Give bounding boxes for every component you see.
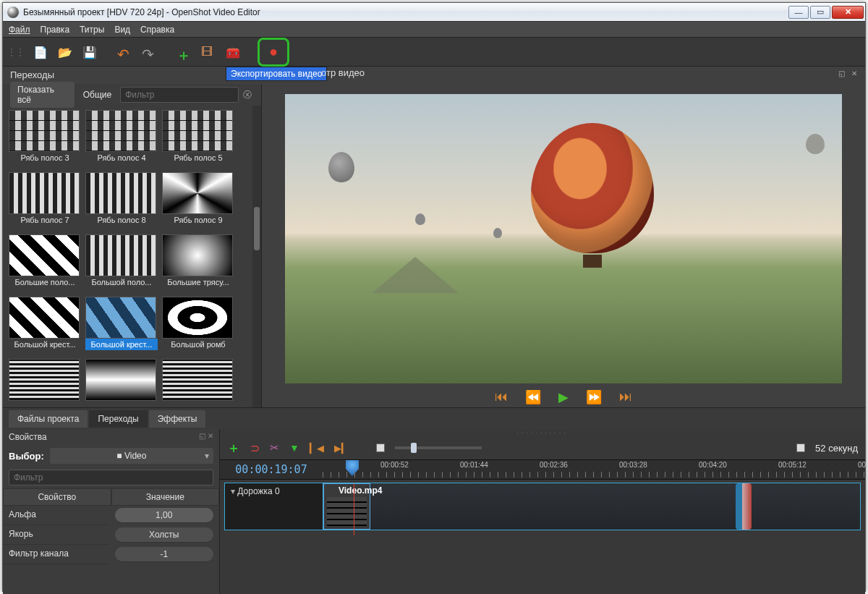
tab-project-files[interactable]: Файлы проекта [9, 410, 88, 428]
prop-value[interactable]: 1,00 [115, 508, 214, 523]
transitions-grid[interactable]: Рябь полос 3Рябь полос 4Рябь полос 5Рябь… [3, 106, 261, 407]
add-file-button[interactable]: ＋ [174, 43, 192, 61]
pane-close-icon[interactable]: ✕ [849, 68, 859, 78]
forward-button[interactable]: ⏩ [586, 389, 602, 405]
col-value[interactable]: Значение [111, 488, 220, 506]
drag-handle[interactable]: ··········· [220, 429, 865, 436]
snap-button[interactable]: ⊃ [250, 441, 260, 455]
pane-close-icon[interactable]: ✕ [208, 432, 213, 442]
checkbox[interactable] [796, 444, 805, 452]
save-icon: 💾 [82, 46, 95, 59]
timecode[interactable]: 00:00:19:07 [220, 463, 323, 476]
film-button[interactable]: 🎞 [198, 43, 217, 61]
thumb-label: Рябь полос 9 [162, 214, 234, 226]
menu-view[interactable]: Вид [114, 25, 130, 35]
thumb-label [162, 401, 234, 404]
preview-title: отр видео [321, 67, 365, 78]
menu-edit[interactable]: Правка [41, 25, 70, 35]
show-all-tab[interactable]: Показать всё [10, 82, 75, 108]
transition-thumb[interactable] [162, 359, 234, 407]
razor-button[interactable]: ✂ [270, 441, 279, 454]
menu-help[interactable]: Справка [140, 25, 174, 35]
transition-thumb[interactable]: Большие трясу... [162, 234, 234, 294]
transition-thumb[interactable]: Рябь полос 8 [85, 172, 158, 232]
prev-marker-button[interactable]: ▎◀ [310, 443, 324, 454]
prop-value[interactable]: -1 [115, 547, 214, 562]
props-filter-input[interactable] [9, 470, 213, 485]
col-property[interactable]: Свойство [3, 488, 111, 506]
skip-start-button[interactable]: ⏮ [495, 389, 508, 404]
undock-icon[interactable]: ◱ [199, 432, 205, 442]
timeline-pane: ··········· ＋ ⊃ ✂ ▼ ▎◀ ▶▎ 52 секунд 00:0… [220, 429, 865, 594]
video-preview[interactable] [285, 94, 842, 383]
timeline-ruler[interactable]: 00:00:5200:01:4400:02:3600:03:2800:04:20… [323, 460, 865, 479]
clip-filename: Video.mp4 [339, 485, 382, 496]
prop-key: Альфа [3, 506, 109, 525]
playback-controls: ⏮ ⏪ ▶ ⏩ ⏭ [262, 386, 865, 407]
ruler-tick: 00:00:52 [380, 461, 409, 469]
transition-filter-input[interactable] [120, 87, 239, 103]
prop-key: Якорь [3, 525, 109, 545]
maximize-button[interactable]: ▭ [810, 6, 830, 19]
clear-filter-button[interactable]: ⓧ [240, 89, 254, 101]
skip-end-button[interactable]: ⏭ [619, 389, 632, 404]
property-row[interactable]: Альфа1,00 [3, 506, 219, 525]
undo-button[interactable]: ↶ [114, 43, 133, 61]
tab-transitions[interactable]: Переходы [89, 410, 147, 428]
properties-pane: Свойства ◱✕ Выбор: ■ Video Свойство Знач… [3, 429, 220, 594]
transition-thumb[interactable]: Рябь полос 9 [162, 172, 234, 232]
transition-thumb[interactable]: Большой крест... [9, 297, 81, 356]
transition-thumb[interactable]: Большие поло... [9, 234, 81, 294]
transition-thumb[interactable]: Большой ромб [162, 297, 234, 356]
playhead[interactable] [346, 460, 359, 476]
marker-button[interactable]: ▼ [289, 442, 299, 454]
track-body[interactable]: Video.mp4 [323, 483, 861, 530]
transition-thumb[interactable]: Рябь полос 3 [9, 110, 81, 169]
thumb-label: Рябь полос 8 [85, 214, 158, 226]
export-highlight: ● [258, 38, 289, 67]
transition-thumb[interactable]: Большой крест... [85, 297, 158, 356]
common-tab[interactable]: Общие [76, 87, 119, 103]
transition-thumb[interactable]: Большой поло... [85, 234, 158, 294]
redo-button[interactable]: ↷ [139, 43, 158, 61]
zoom-slider[interactable] [395, 446, 482, 449]
export-video-button[interactable]: ● [264, 43, 283, 61]
thumb-label: Рябь полос 3 [9, 152, 81, 164]
close-button[interactable]: ✕ [832, 6, 864, 19]
zoom-out-button[interactable] [376, 444, 385, 452]
save-project-button[interactable]: 💾 [80, 43, 98, 61]
export-tooltip: Экспортировать видео [226, 67, 327, 81]
track-header[interactable]: Дорожка 0 [224, 483, 323, 530]
undock-icon[interactable]: ◱ [836, 68, 846, 78]
menu-titles[interactable]: Титры [80, 25, 104, 35]
transition-thumb[interactable] [9, 359, 81, 407]
open-project-button[interactable]: 📂 [55, 43, 74, 61]
next-marker-button[interactable]: ▶▎ [334, 443, 349, 454]
video-clip[interactable]: Video.mp4 [323, 483, 370, 530]
clip-transition[interactable] [736, 483, 752, 530]
transition-thumb[interactable]: Рябь полос 5 [162, 110, 234, 169]
prop-value[interactable]: Холсты [115, 527, 214, 543]
thumb-label: Большой ромб [162, 339, 234, 350]
minimize-button[interactable]: — [788, 6, 809, 19]
scrollbar[interactable] [252, 106, 261, 407]
thumb-label: Большой крест... [9, 339, 81, 350]
film-icon: 🎞 [201, 46, 214, 59]
play-button[interactable]: ▶ [558, 389, 569, 405]
choice-select[interactable]: ■ Video [50, 448, 213, 464]
rewind-button[interactable]: ⏪ [525, 389, 541, 405]
transition-thumb[interactable] [85, 359, 158, 407]
transition-thumb[interactable]: Рябь полос 4 [85, 110, 158, 169]
property-row[interactable]: ЯкорьХолсты [3, 525, 219, 545]
transitions-title: Переходы [10, 69, 54, 80]
titlebar[interactable]: Безымянный проект [HDV 720 24p] - OpenSh… [3, 3, 865, 22]
menu-file[interactable]: Файл [9, 25, 30, 35]
property-row[interactable]: Фильтр канала-1 [3, 545, 219, 564]
redo-icon: ↷ [142, 46, 155, 59]
add-track-button[interactable]: ＋ [227, 439, 240, 457]
seconds-label: 52 секунд [815, 443, 858, 454]
props-button[interactable]: 🧰 [223, 43, 242, 61]
transition-thumb[interactable]: Рябь полос 7 [9, 172, 81, 232]
tab-effects[interactable]: Эффекты [149, 410, 206, 428]
new-project-button[interactable]: 📄 [30, 43, 49, 61]
